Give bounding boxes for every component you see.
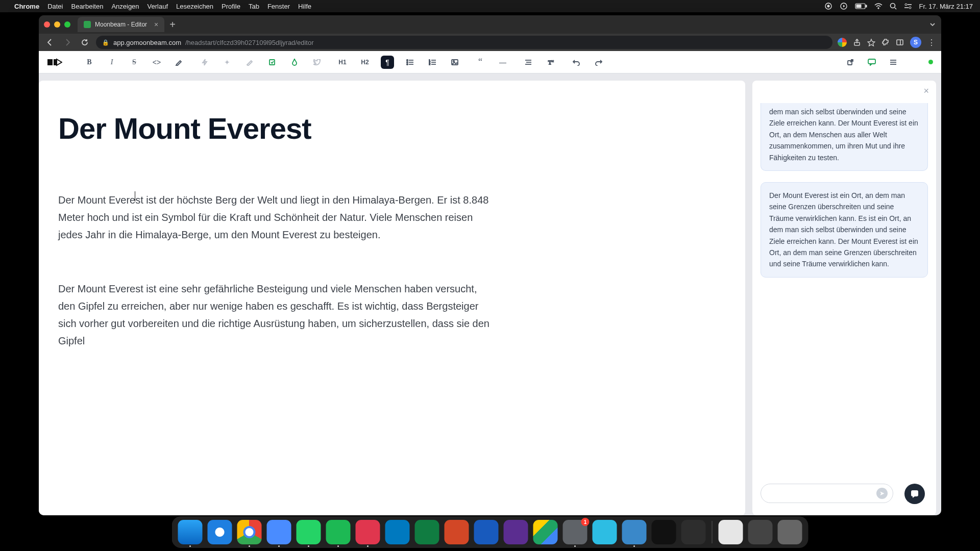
browser-toolbar: 🔒 app.gomoonbeam.com/headstart/clfczd39h…	[39, 34, 743, 51]
editor-toolbar: B I S <> ✦ H1 H2 ¶ 123	[39, 51, 743, 73]
svg-point-19	[407, 59, 408, 60]
menu-anzeigen[interactable]: Anzeigen	[111, 3, 139, 10]
paragraph-2[interactable]: Der Mount Everest ist eine sehr gefährli…	[58, 280, 492, 349]
undo-button[interactable]	[570, 56, 583, 69]
ai-pen-icon[interactable]	[243, 56, 256, 69]
tab-close-icon[interactable]: ×	[154, 20, 158, 29]
image-button[interactable]	[448, 56, 461, 69]
svg-text:3: 3	[429, 63, 430, 65]
document-title[interactable]: Der Mount Everest	[58, 111, 709, 145]
ai-lightning-icon[interactable]	[198, 56, 211, 69]
menu-lesezeichen[interactable]: Lesezeichen	[176, 3, 213, 10]
paragraph-button[interactable]: ¶	[381, 56, 394, 69]
new-tab-button[interactable]: +	[169, 19, 176, 30]
nav-reload-button[interactable]	[79, 36, 91, 48]
align-button[interactable]	[522, 56, 535, 69]
moonbeam-logo-icon[interactable]	[47, 57, 62, 67]
ai-twitter-icon[interactable]	[310, 56, 324, 69]
window-controls	[44, 21, 70, 28]
menu-bearbeiten[interactable]: Bearbeiten	[71, 3, 103, 10]
tab-title: Moonbeam - Editor	[95, 21, 147, 28]
app-viewport: B I S <> ✦ H1 H2 ¶ 123	[39, 51, 743, 416]
ai-flame-icon[interactable]	[288, 56, 301, 69]
address-bar[interactable]: 🔒 app.gomoonbeam.com/headstart/clfczd39h…	[96, 36, 743, 49]
browser-tab-strip: Moonbeam - Editor × +	[39, 15, 743, 34]
tab-favicon-icon	[84, 21, 91, 28]
ai-expand-icon[interactable]	[265, 56, 279, 69]
window-close-button[interactable]	[44, 21, 50, 28]
window-minimize-button[interactable]	[54, 21, 60, 28]
menu-verlauf[interactable]: Verlauf	[148, 3, 168, 10]
bold-button[interactable]: B	[83, 56, 96, 69]
menu-profile[interactable]: Profile	[222, 3, 240, 10]
svg-point-23	[407, 63, 408, 64]
svg-rect-18	[270, 60, 275, 65]
strikethrough-button[interactable]: S	[128, 56, 141, 69]
divider-button[interactable]: —	[496, 56, 509, 69]
url-path: /headstart/clfczd39h027109l95dljyrad/edi…	[185, 39, 314, 46]
highlight-button[interactable]	[173, 56, 186, 69]
window-maximize-button[interactable]	[64, 21, 70, 28]
svg-point-21	[407, 61, 408, 62]
ordered-list-button[interactable]: 123	[426, 56, 439, 69]
svg-text:T: T	[548, 59, 552, 65]
paragraph-1[interactable]: Der Mount Everest ist der höchste Berg d…	[58, 191, 492, 243]
nav-forward-button[interactable]	[61, 36, 74, 48]
code-button[interactable]: <>	[150, 56, 163, 69]
lock-icon: 🔒	[102, 39, 109, 46]
chrome-window: Moonbeam - Editor × + 🔒 app.gomoonbeam.c…	[39, 15, 743, 416]
browser-tab[interactable]: Moonbeam - Editor ×	[78, 17, 164, 32]
menu-app-name[interactable]: Chrome	[14, 3, 39, 10]
nav-back-button[interactable]	[44, 36, 56, 48]
quote-button[interactable]: “	[474, 56, 487, 69]
heading1-button[interactable]: H1	[336, 56, 349, 69]
macos-menu-bar: Chrome Datei Bearbeiten Anzeigen Verlauf…	[0, 0, 743, 12]
svg-rect-16	[47, 59, 53, 65]
heading2-button[interactable]: H2	[358, 56, 372, 69]
menu-hilfe[interactable]: Hilfe	[298, 3, 311, 10]
menu-fenster[interactable]: Fenster	[267, 3, 290, 10]
menu-tab[interactable]: Tab	[249, 3, 259, 10]
clear-format-button[interactable]: T	[544, 56, 557, 69]
document-editor[interactable]: Der Mount Everest Der Mount Everest ist …	[39, 81, 743, 416]
bullet-list-button[interactable]	[403, 56, 416, 69]
redo-button[interactable]	[592, 56, 605, 69]
italic-button[interactable]: I	[105, 56, 118, 69]
menu-datei[interactable]: Datei	[47, 3, 63, 10]
svg-point-32	[453, 60, 454, 61]
url-domain: app.gomoonbeam.com	[113, 39, 181, 46]
ai-sparkle-icon[interactable]: ✦	[220, 56, 234, 69]
